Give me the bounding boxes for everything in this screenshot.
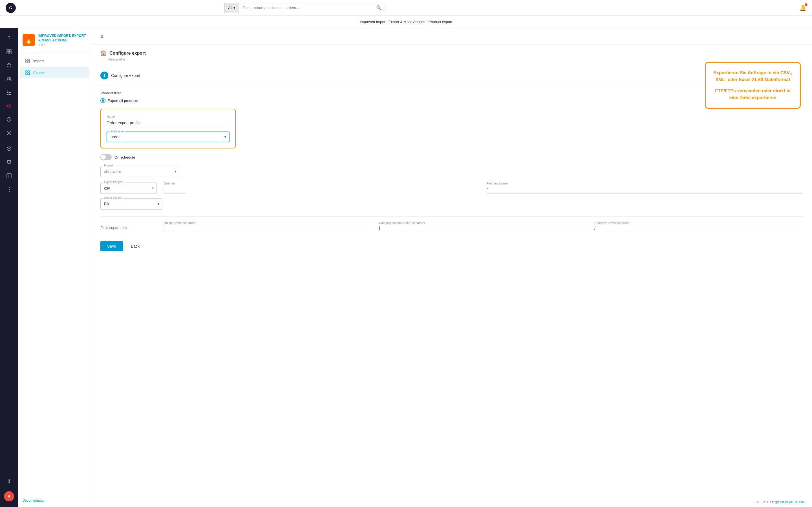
svg-rect-23 bbox=[28, 71, 30, 72]
more-dots-icon: ⋮ bbox=[6, 186, 11, 193]
svg-rect-9 bbox=[8, 91, 11, 91]
name-input[interactable] bbox=[107, 119, 230, 127]
svg-rect-21 bbox=[28, 61, 30, 63]
sidebar-item-export[interactable]: Export bbox=[20, 67, 89, 78]
built-with-label: BUILT WITH bbox=[753, 500, 770, 504]
plugin-nav: Import Export bbox=[18, 52, 91, 81]
main-layout: ? bbox=[0, 28, 812, 507]
export-all-radio[interactable]: Export all products bbox=[100, 98, 803, 103]
sidebar-icon-table[interactable] bbox=[3, 170, 15, 181]
category-multiple-sep-col: Category multiple value separator | bbox=[379, 221, 588, 232]
plugin-logo: 🔥 bbox=[22, 34, 35, 46]
search-input[interactable] bbox=[243, 6, 376, 10]
name-entity-box: Name Entity type order ▾ bbox=[100, 109, 236, 149]
notification-bell[interactable]: 🔔 bbox=[799, 4, 806, 11]
on-schedule-label: On schedule bbox=[114, 155, 135, 159]
sidebar-icon-activity[interactable] bbox=[3, 114, 15, 125]
plus-circle-icon bbox=[6, 146, 11, 151]
field-enclosure-col: Field enclosure bbox=[487, 182, 803, 194]
search-filter-button[interactable]: All ▾ bbox=[224, 3, 239, 13]
sidebar-icon-settings[interactable] bbox=[3, 127, 15, 138]
product-filter-label: Product filter bbox=[100, 91, 803, 95]
activity-icon bbox=[6, 117, 11, 122]
search-filter-chevron-icon: ▾ bbox=[234, 6, 236, 10]
sidebar-icon-megaphone[interactable] bbox=[3, 100, 15, 112]
svg-rect-17 bbox=[7, 173, 11, 178]
entity-type-chevron-icon: ▾ bbox=[224, 135, 226, 139]
svg-point-15 bbox=[8, 132, 10, 134]
delimiter-input[interactable] bbox=[163, 186, 186, 194]
sidebar-icon-list[interactable] bbox=[3, 87, 15, 98]
sidebar-item-import[interactable]: Import bbox=[20, 55, 89, 66]
sidebar-icon-help[interactable]: ? bbox=[3, 33, 15, 44]
svg-rect-18 bbox=[26, 59, 28, 61]
entity-type-select[interactable]: Entity type order ▾ bbox=[107, 131, 230, 142]
sidebar-icon-shopping[interactable] bbox=[3, 157, 15, 168]
export-file-type-value: csv bbox=[104, 186, 110, 190]
search-submit-button[interactable]: 🔍 bbox=[376, 5, 382, 10]
save-button[interactable]: Save bbox=[100, 241, 123, 251]
documentation-link[interactable]: Documentation bbox=[18, 494, 91, 507]
file-type-chevron-icon: ▾ bbox=[152, 186, 154, 190]
flame-icon: 🔥 bbox=[24, 36, 33, 44]
svg-rect-24 bbox=[26, 73, 28, 75]
entity-type-field-group: Entity type order ▾ bbox=[107, 131, 230, 142]
plugin-sidebar: 🔥 IMPROVED IMPORT, EXPORT & MASS ACTIONS… bbox=[18, 28, 91, 507]
output-source-field-group: Output Source File ▾ bbox=[100, 198, 162, 210]
svg-rect-13 bbox=[8, 94, 11, 95]
multiple-value-sep-col: Multiple value separator | bbox=[163, 221, 372, 232]
category-levels-sep-value: / bbox=[594, 226, 803, 232]
file-type-row: Export file type csv ▾ Delimiter Field e… bbox=[100, 182, 803, 194]
table-icon bbox=[6, 173, 11, 178]
category-multiple-sep-value: | bbox=[379, 226, 588, 232]
multiple-value-sep-label: Multiple value separator bbox=[163, 221, 372, 224]
on-schedule-toggle[interactable] bbox=[100, 154, 112, 160]
export-file-type-select[interactable]: Export file type csv ▾ bbox=[100, 182, 157, 194]
search-filter-label: All bbox=[228, 6, 232, 10]
callout-box: Exportieren Sie Aufträge in ein CSV-, XM… bbox=[705, 62, 801, 109]
delimiter-label: Delimiter bbox=[163, 182, 480, 185]
format-label: Format bbox=[103, 164, 114, 167]
export-all-label: Export all products bbox=[108, 99, 138, 103]
export-label: Export bbox=[33, 71, 44, 75]
search-area: All ▾ 🔍 bbox=[224, 3, 385, 13]
category-multiple-sep-label: Category multiple value separator bbox=[379, 221, 588, 224]
notification-badge bbox=[805, 3, 808, 6]
sidebar-icon-box[interactable] bbox=[3, 60, 15, 71]
output-source-select[interactable]: Output Source File ▾ bbox=[100, 198, 162, 210]
brand-name: @FIREBEARSTUDIO bbox=[775, 500, 805, 504]
delimiter-col: Delimiter bbox=[163, 182, 480, 194]
svg-rect-20 bbox=[26, 61, 28, 63]
sidebar-icon-plus[interactable] bbox=[3, 143, 15, 154]
topbar: G All ▾ 🔍 🔔 bbox=[0, 0, 812, 16]
list-icon bbox=[6, 90, 11, 95]
svg-rect-3 bbox=[9, 50, 11, 52]
format-select[interactable]: Format shopware ▾ bbox=[100, 166, 179, 177]
plugin-title: IMPROVED IMPORT, EXPORT & MASS ACTIONS bbox=[38, 34, 87, 43]
page-title: Improved Import, Export & Mass Actions -… bbox=[360, 20, 452, 24]
callout-line1: Exportieren Sie Aufträge in ein CSV-, XM… bbox=[711, 69, 794, 83]
back-button[interactable]: Back bbox=[126, 241, 144, 251]
output-source-value: File bbox=[104, 202, 110, 206]
form-area: Product filter Export all products Name … bbox=[91, 84, 812, 258]
sidebar-icon-info[interactable]: ℹ bbox=[3, 475, 15, 487]
sidebar-icon-users[interactable] bbox=[3, 73, 15, 84]
svg-point-7 bbox=[10, 77, 11, 78]
svg-rect-10 bbox=[7, 92, 8, 93]
configure-export-title: Configure export bbox=[109, 51, 146, 56]
step-circle: 1 bbox=[100, 71, 108, 79]
plugin-header: 🔥 IMPROVED IMPORT, EXPORT & MASS ACTIONS… bbox=[18, 28, 91, 52]
sidebar-icon-grid[interactable] bbox=[3, 46, 15, 57]
category-levels-sep-label: Category levels separator bbox=[594, 221, 803, 224]
svg-rect-4 bbox=[7, 52, 9, 54]
field-separators-label: Field separators bbox=[100, 226, 157, 232]
field-enclosure-input[interactable] bbox=[487, 186, 803, 194]
app-logo[interactable]: G bbox=[6, 3, 16, 13]
export-file-type-col: Export file type csv ▾ bbox=[100, 182, 157, 194]
user-avatar[interactable]: A bbox=[4, 491, 14, 501]
sidebar-icon-more[interactable]: ⋮ bbox=[3, 184, 15, 195]
settings-icon bbox=[6, 130, 11, 135]
format-value: shopware bbox=[104, 169, 121, 174]
plugin-version: 1.0.6 bbox=[38, 43, 87, 47]
hamburger-button[interactable]: ≡ bbox=[100, 34, 103, 40]
